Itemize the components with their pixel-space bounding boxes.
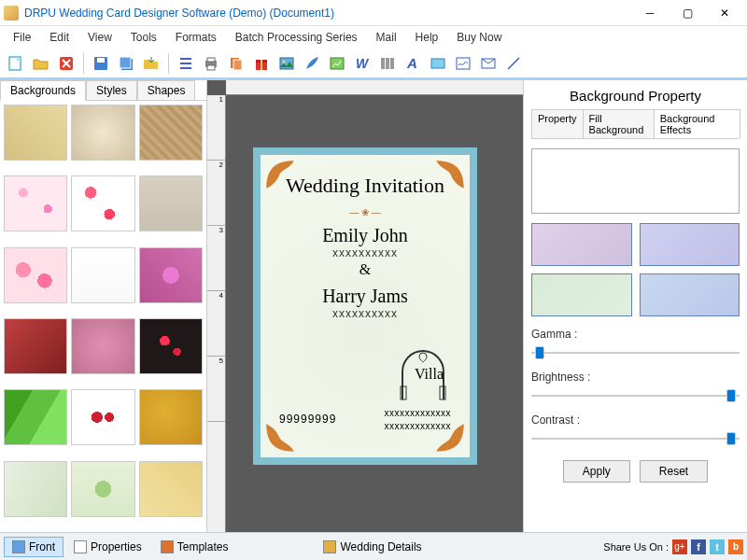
card-amp[interactable]: & bbox=[274, 261, 457, 278]
menu-formats[interactable]: Formats bbox=[168, 29, 224, 46]
blogger-icon[interactable]: b bbox=[728, 539, 743, 554]
effect-thumb-0[interactable] bbox=[531, 223, 632, 266]
background-thumb-2[interactable] bbox=[139, 105, 203, 161]
svg-rect-13 bbox=[261, 60, 262, 70]
svg-rect-10 bbox=[233, 60, 242, 70]
gamma-slider[interactable] bbox=[531, 346, 740, 359]
card-bottom-right[interactable]: xxxxxxxxxxxxx xxxxxxxxxxxxx bbox=[385, 407, 452, 433]
rtab-property[interactable]: Property bbox=[531, 109, 584, 138]
export-icon[interactable] bbox=[141, 53, 162, 74]
svg-rect-14 bbox=[280, 58, 293, 69]
background-thumb-11[interactable] bbox=[139, 318, 203, 374]
feather-icon[interactable] bbox=[302, 53, 322, 74]
print-icon[interactable] bbox=[201, 53, 221, 74]
rtab-effects[interactable]: Background Effects bbox=[654, 109, 740, 138]
svg-rect-7 bbox=[207, 58, 215, 62]
menu-batch[interactable]: Batch Processing Series bbox=[228, 29, 365, 46]
signature-icon[interactable] bbox=[453, 53, 473, 74]
menu-buy-now[interactable]: Buy Now bbox=[449, 29, 509, 46]
effect-preview bbox=[531, 148, 740, 214]
new-icon[interactable] bbox=[6, 53, 26, 74]
maximize-button[interactable]: ▢ bbox=[669, 1, 706, 25]
text-icon[interactable]: A bbox=[402, 53, 423, 74]
background-thumb-12[interactable] bbox=[4, 389, 67, 445]
card-name2[interactable]: Harry Jams bbox=[274, 286, 457, 307]
tab-shapes[interactable]: Shapes bbox=[137, 80, 196, 101]
picture-icon[interactable] bbox=[327, 53, 347, 74]
background-thumb-4[interactable] bbox=[71, 175, 134, 231]
background-thumb-7[interactable] bbox=[71, 247, 134, 303]
close-button[interactable]: ✕ bbox=[706, 1, 743, 25]
card-heading[interactable]: Wedding Invitation bbox=[274, 174, 457, 198]
effect-thumb-1[interactable] bbox=[640, 223, 740, 266]
twitter-icon[interactable]: t bbox=[710, 539, 725, 554]
right-panel-title: Background Property bbox=[531, 88, 740, 104]
save-all-icon[interactable] bbox=[116, 53, 136, 74]
brightness-slider[interactable] bbox=[531, 389, 740, 402]
canvas-area[interactable]: 12345 Wedding Invitation — ❀ — Emily Joh… bbox=[207, 80, 523, 532]
background-thumb-5[interactable] bbox=[139, 175, 203, 231]
background-grid bbox=[0, 100, 206, 532]
brightness-label: Brightness : bbox=[531, 371, 740, 384]
svg-point-15 bbox=[283, 60, 286, 63]
background-thumb-0[interactable] bbox=[4, 105, 67, 161]
background-thumb-8[interactable] bbox=[139, 247, 203, 303]
wedding-details-button[interactable]: Wedding Details bbox=[315, 537, 430, 557]
svg-text:A: A bbox=[406, 55, 417, 71]
background-thumb-17[interactable] bbox=[139, 461, 203, 517]
menu-file[interactable]: File bbox=[6, 29, 38, 46]
left-panel: Backgrounds Styles Shapes bbox=[0, 80, 207, 532]
background-thumb-1[interactable] bbox=[71, 105, 134, 161]
delete-icon[interactable] bbox=[56, 53, 77, 74]
rtab-fill[interactable]: Fill Background bbox=[583, 109, 655, 138]
card-name1[interactable]: Emily John bbox=[274, 225, 457, 246]
properties-button[interactable]: Properties bbox=[65, 537, 150, 557]
facebook-icon[interactable]: f bbox=[691, 539, 706, 554]
svg-rect-16 bbox=[331, 58, 344, 69]
card-villa[interactable]: Villa bbox=[415, 366, 444, 383]
menu-help[interactable]: Help bbox=[408, 29, 446, 46]
menu-tools[interactable]: Tools bbox=[123, 29, 164, 46]
envelope-icon[interactable] bbox=[478, 53, 499, 74]
background-thumb-16[interactable] bbox=[71, 461, 134, 517]
templates-button[interactable]: Templates bbox=[152, 537, 237, 557]
background-thumb-9[interactable] bbox=[4, 318, 67, 374]
shape-icon[interactable] bbox=[428, 53, 448, 74]
barcode-icon[interactable] bbox=[377, 53, 398, 74]
image-icon[interactable] bbox=[276, 53, 297, 74]
tab-styles[interactable]: Styles bbox=[86, 80, 137, 101]
reset-button[interactable]: Reset bbox=[640, 460, 708, 483]
menubar: File Edit View Tools Formats Batch Proce… bbox=[0, 26, 747, 49]
minimize-button[interactable]: ─ bbox=[631, 1, 669, 25]
save-icon[interactable] bbox=[91, 53, 111, 74]
open-icon[interactable] bbox=[31, 53, 51, 74]
apply-button[interactable]: Apply bbox=[563, 460, 630, 483]
menu-view[interactable]: View bbox=[80, 29, 120, 46]
background-thumb-3[interactable] bbox=[4, 175, 67, 231]
list-icon[interactable] bbox=[176, 53, 196, 74]
contrast-slider[interactable] bbox=[531, 432, 740, 445]
effect-thumb-3[interactable] bbox=[640, 273, 740, 316]
background-thumb-15[interactable] bbox=[4, 461, 67, 517]
front-button[interactable]: Front bbox=[4, 537, 63, 557]
background-thumb-6[interactable] bbox=[4, 247, 67, 303]
tab-backgrounds[interactable]: Backgrounds bbox=[0, 80, 86, 101]
googleplus-icon[interactable]: g+ bbox=[672, 539, 687, 554]
ruler-horizontal bbox=[226, 80, 523, 95]
card-bottom-left[interactable]: 99999999 bbox=[279, 413, 336, 426]
effect-thumb-2[interactable] bbox=[531, 273, 632, 316]
menu-mail[interactable]: Mail bbox=[369, 29, 404, 46]
bottombar: Front Properties Templates Wedding Detai… bbox=[0, 532, 747, 560]
wedding-card[interactable]: Wedding Invitation — ❀ — Emily John xxxx… bbox=[253, 147, 477, 465]
gift-icon[interactable] bbox=[251, 53, 272, 74]
background-thumb-13[interactable] bbox=[71, 389, 134, 445]
card-ph2[interactable]: xxxxxxxxxx bbox=[274, 307, 457, 320]
app-icon bbox=[4, 6, 19, 21]
menu-edit[interactable]: Edit bbox=[42, 29, 77, 46]
background-thumb-14[interactable] bbox=[139, 389, 203, 445]
wordart-icon[interactable]: W bbox=[352, 53, 373, 74]
background-thumb-10[interactable] bbox=[71, 318, 134, 374]
line-icon[interactable] bbox=[503, 53, 524, 74]
copy-icon[interactable] bbox=[226, 53, 247, 74]
card-ph1[interactable]: xxxxxxxxxx bbox=[274, 246, 457, 259]
